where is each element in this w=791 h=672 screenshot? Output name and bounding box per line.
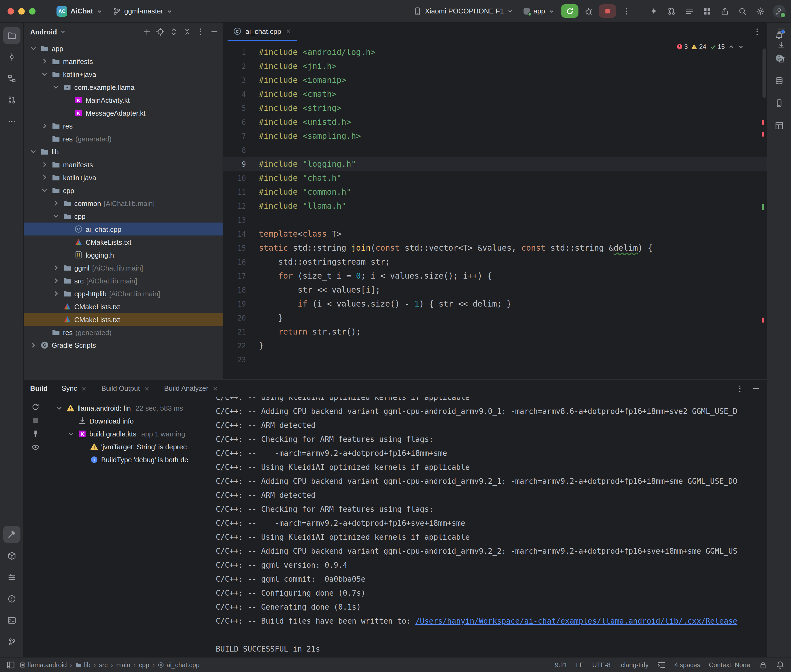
tree-item-common[interactable]: common [AiChat.lib.main] xyxy=(24,197,223,210)
tree-item-ai-chat-cpp[interactable]: Cai_chat.cpp xyxy=(24,222,223,235)
project-view-selector[interactable]: Android xyxy=(30,28,57,36)
version-control-tool-button[interactable] xyxy=(3,633,20,651)
code-line-7[interactable]: 7#include <sampling.h> xyxy=(223,129,767,143)
editor-tab-ai-chat-cpp[interactable]: C ai_chat.cpp xyxy=(228,22,297,41)
window-zoom-button[interactable] xyxy=(29,8,35,14)
code-line-12[interactable]: 12#include "llama.h" xyxy=(223,199,767,213)
layout-inspector-button[interactable] xyxy=(770,117,788,134)
tree-item-app[interactable]: app xyxy=(24,42,223,55)
code-line-20[interactable]: 20 } xyxy=(223,311,767,325)
chevron-down-icon[interactable] xyxy=(52,83,60,91)
code-line-9[interactable]: 9#include "logging.h" xyxy=(223,157,767,171)
build-tab-build-output[interactable]: Build Output xyxy=(101,384,150,392)
dependencies-tool-button[interactable] xyxy=(3,547,20,565)
commit-tool-button[interactable] xyxy=(3,48,20,66)
tree-item-cpp[interactable]: cpp xyxy=(24,184,223,197)
line-separator-widget[interactable]: LF xyxy=(576,661,584,669)
build-item-llama-android-fin[interactable]: llama.android: fin22 sec, 583 ms xyxy=(47,402,209,414)
chevron-right-icon[interactable] xyxy=(40,122,49,130)
build-item-download-info[interactable]: Download info xyxy=(47,414,209,427)
tree-item-res[interactable]: res (generated) xyxy=(24,326,223,339)
add-icon[interactable] xyxy=(143,27,151,36)
more-vertical-icon[interactable] xyxy=(196,27,205,36)
close-icon[interactable] xyxy=(212,385,218,392)
chevron-right-icon[interactable] xyxy=(29,341,38,349)
close-icon[interactable] xyxy=(285,28,292,34)
chevron-right-icon[interactable] xyxy=(40,173,49,182)
more-run-actions-button[interactable] xyxy=(619,4,634,18)
tree-item-cpp-httplib[interactable]: cpp-httplib [AiChat.lib.main] xyxy=(24,287,223,300)
build-panel-title[interactable]: Build xyxy=(30,384,48,392)
breadcrumb-item-llama-android[interactable]: llama.android xyxy=(19,661,67,669)
hide-panel-icon[interactable] xyxy=(752,384,761,393)
device-selector[interactable]: Xiaomi POCOPHONE F1 xyxy=(409,5,517,18)
tree-item-kotlin-java[interactable]: kotlin+java xyxy=(24,171,223,184)
build-output-path-link[interactable]: /Users/hanyin/Workspace/ai-chat/examples… xyxy=(415,617,737,625)
code-line-14[interactable]: 14template<class T> xyxy=(223,227,767,241)
chevron-down-icon[interactable] xyxy=(40,186,49,195)
chevron-right-icon[interactable] xyxy=(40,160,49,169)
problems-tool-button[interactable] xyxy=(3,590,20,608)
warnings-badge[interactable]: 24 xyxy=(691,43,706,51)
code-line-6[interactable]: 6#include <unistd.h> xyxy=(223,115,767,129)
run-button[interactable] xyxy=(561,4,578,18)
readonly-toggle-button[interactable] xyxy=(759,661,767,669)
chevron-down-icon[interactable] xyxy=(29,44,38,53)
filter-icon[interactable] xyxy=(31,443,40,451)
chevron-down-icon[interactable] xyxy=(67,429,75,438)
build-tab-sync[interactable]: Sync xyxy=(62,384,87,392)
project-tool-button[interactable] xyxy=(3,27,20,44)
project-selector[interactable]: AC AiChat xyxy=(53,3,107,19)
terminal-tool-button[interactable] xyxy=(3,612,20,629)
tree-item-cmakelists-txt[interactable]: CMakeLists.txt xyxy=(24,235,223,248)
build-tool-button[interactable] xyxy=(3,526,20,543)
stop-button[interactable] xyxy=(599,4,616,18)
build-variants-tool-button[interactable] xyxy=(3,569,20,586)
pull-requests-tool-button[interactable] xyxy=(3,91,20,109)
tree-item-manifests[interactable]: manifests xyxy=(24,158,223,171)
ai-assistant-button[interactable] xyxy=(646,4,661,18)
breadcrumb-item-lib[interactable]: lib xyxy=(75,661,90,669)
collapse-all-icon[interactable] xyxy=(183,27,192,36)
code-line-15[interactable]: 15static std::string join(const std::vec… xyxy=(223,241,767,255)
code-editor[interactable]: 1#include <android/log.h>2#include <jni.… xyxy=(223,41,767,379)
code-line-13[interactable]: 13 xyxy=(223,213,767,227)
tree-item-messageadapter-kt[interactable]: KMessageAdapter.kt xyxy=(24,107,223,119)
branch-selector[interactable]: ggml-master xyxy=(109,5,176,18)
encoding-widget[interactable]: UTF-8 xyxy=(592,661,610,669)
code-line-23[interactable]: 23 xyxy=(223,352,767,366)
tree-item-cpp[interactable]: cpp xyxy=(24,210,223,222)
search-everywhere-button[interactable] xyxy=(735,4,750,18)
notifications-button[interactable] xyxy=(770,27,788,44)
tree-item-src[interactable]: src [AiChat.lib.main] xyxy=(24,274,223,287)
code-review-button[interactable] xyxy=(664,4,679,18)
tree-item-lib[interactable]: lib xyxy=(24,145,223,158)
code-line-11[interactable]: 11#include "common.h" xyxy=(223,185,767,199)
chevron-right-icon[interactable] xyxy=(52,277,60,285)
chevron-down-icon[interactable] xyxy=(29,147,38,156)
code-line-10[interactable]: 10#include "chat.h" xyxy=(223,171,767,185)
breadcrumb-item-cpp[interactable]: cpp xyxy=(139,661,149,669)
build-item-buildtype-debug-is-both-de[interactable]: BuildType 'debug' is both de xyxy=(47,453,209,466)
plugins-button[interactable] xyxy=(700,4,714,18)
chevron-right-icon[interactable] xyxy=(52,290,60,298)
chevron-down-icon[interactable] xyxy=(40,70,49,78)
todo-button[interactable] xyxy=(682,4,697,18)
settings-button[interactable] xyxy=(753,4,768,18)
run-configuration-selector[interactable]: app xyxy=(520,5,558,17)
code-style-button[interactable] xyxy=(657,661,666,669)
stop-build-icon[interactable] xyxy=(31,416,40,425)
tree-item-mainactivity-kt[interactable]: KMainActivity.kt xyxy=(24,94,223,107)
running-devices-button[interactable] xyxy=(770,94,788,112)
tree-item-kotlin-java[interactable]: kotlin+java xyxy=(24,68,223,81)
tree-item-ggml[interactable]: ggml [AiChat.lib.main] xyxy=(24,261,223,274)
close-icon[interactable] xyxy=(81,385,87,392)
indent-widget[interactable]: 4 spaces xyxy=(674,661,700,669)
code-line-8[interactable]: 8 xyxy=(223,143,767,157)
code-line-21[interactable]: 21 return str.str(); xyxy=(223,325,767,339)
breadcrumb-item-src[interactable]: src xyxy=(99,661,107,669)
close-icon[interactable] xyxy=(144,385,150,392)
tree-item-gradle-scripts[interactable]: GGradle Scripts xyxy=(24,339,223,352)
chevron-right-icon[interactable] xyxy=(40,57,49,66)
more-tools-button[interactable] xyxy=(3,113,20,130)
